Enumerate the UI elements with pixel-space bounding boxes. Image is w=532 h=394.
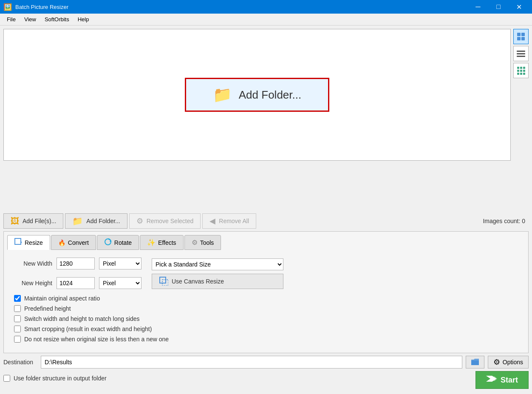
options-icon: ⚙ — [493, 357, 500, 367]
svg-rect-14 — [520, 73, 522, 75]
browse-folder-icon — [470, 357, 480, 367]
svg-rect-8 — [520, 67, 522, 69]
folder-center-icon: 📁 — [213, 86, 232, 104]
options-label: Options — [503, 359, 523, 366]
remove-selected-button: ⚙ Remove Selected — [129, 213, 201, 229]
canvas-resize-label: Use Canvas Resize — [172, 278, 224, 285]
tab-resize-label: Resize — [25, 239, 43, 246]
new-height-input[interactable] — [57, 277, 95, 289]
checkboxes-section: Maintain original aspect ratio Predefine… — [14, 295, 518, 343]
menu-view[interactable]: View — [20, 14, 40, 24]
menu-bar: File View SoftOrbits Help — [0, 14, 532, 26]
no-resize-row: Do not resize when original size is less… — [14, 336, 518, 343]
resize-fields: New Width Pixel Percent Cm Inch New Heig… — [14, 258, 141, 293]
svg-rect-4 — [517, 51, 525, 52]
svg-rect-16 — [15, 238, 21, 244]
svg-rect-15 — [523, 73, 525, 75]
tab-convert[interactable]: 🔥 Convert — [51, 235, 96, 250]
svg-rect-9 — [523, 67, 525, 69]
tab-effects[interactable]: ✨ Effects — [140, 235, 184, 250]
canvas-resize-icon — [159, 276, 168, 287]
use-folder-structure-row: Use folder structure in output folder — [3, 375, 107, 382]
width-unit-select[interactable]: Pixel Percent Cm Inch — [99, 258, 141, 269]
maintain-ratio-checkbox[interactable] — [14, 295, 21, 302]
thumbnail-view-icon — [517, 32, 525, 41]
svg-rect-21 — [160, 277, 166, 283]
svg-rect-7 — [517, 67, 519, 69]
maximize-button[interactable]: □ — [489, 0, 508, 14]
menu-help[interactable]: Help — [74, 14, 93, 24]
destination-browse-button[interactable] — [466, 356, 484, 368]
smart-cropping-checkbox[interactable] — [14, 326, 21, 332]
minimize-button[interactable]: ─ — [468, 0, 488, 14]
new-width-row: New Width Pixel Percent Cm Inch — [14, 258, 141, 269]
svg-rect-2 — [517, 37, 521, 40]
bottom-area: Destination ⚙ Options Use folder structu… — [3, 356, 529, 391]
remove-selected-icon: ⚙ — [136, 216, 143, 226]
standard-size-select[interactable]: Pick a Standard Size — [152, 258, 283, 270]
add-folder-center-label: Add Folder... — [239, 88, 301, 102]
use-folder-structure-label: Use folder structure in output folder — [14, 375, 107, 382]
title-bar: 🖼️ Batch Picture Resizer ─ □ ✕ — [0, 0, 532, 14]
smart-cropping-row: Smart cropping (result in exact width an… — [14, 326, 518, 332]
options-button[interactable]: ⚙ Options — [488, 356, 529, 368]
svg-rect-0 — [517, 33, 521, 36]
menu-softorbits[interactable]: SoftOrbits — [40, 14, 74, 24]
add-folder-icon: 📁 — [72, 216, 83, 226]
add-files-icon: 🖼 — [11, 216, 19, 226]
tools-tab-icon: ⚙ — [192, 238, 198, 247]
bottom-row-2: Use folder structure in output folder St… — [3, 371, 529, 389]
switch-width-height-checkbox[interactable] — [14, 315, 21, 322]
tab-rotate[interactable]: Rotate — [97, 235, 139, 250]
destination-input[interactable] — [41, 356, 462, 368]
switch-width-height-label: Switch width and height to match long si… — [24, 315, 140, 322]
view-buttons — [513, 29, 529, 211]
maintain-ratio-row: Maintain original aspect ratio — [14, 295, 518, 302]
tab-panel: Resize 🔥 Convert Rotate ✨ Effects — [3, 231, 529, 353]
effects-tab-icon: ✨ — [147, 238, 156, 247]
no-resize-label: Do not resize when original size is less… — [24, 336, 169, 343]
resize-right-col: Pick a Standard Size Use Canvas Resize — [152, 258, 283, 289]
start-button[interactable]: Start — [475, 371, 529, 389]
add-files-button[interactable]: 🖼 Add File(s)... — [3, 213, 63, 229]
tabs: Resize 🔥 Convert Rotate ✨ Effects — [7, 235, 525, 250]
add-folder-button[interactable]: 📁 Add Folder... — [65, 213, 127, 229]
svg-rect-10 — [517, 70, 519, 72]
height-unit-select[interactable]: Pixel Percent Cm Inch — [99, 277, 141, 289]
tab-convert-label: Convert — [68, 239, 89, 246]
new-width-label: New Width — [14, 260, 52, 267]
svg-rect-3 — [521, 37, 525, 40]
add-folder-center-button[interactable]: 📁 Add Folder... — [185, 78, 329, 112]
start-icon — [486, 374, 497, 386]
switch-width-height-row: Switch width and height to match long si… — [14, 315, 518, 322]
canvas-resize-button[interactable]: Use Canvas Resize — [152, 274, 283, 289]
svg-rect-12 — [523, 70, 525, 72]
predefined-height-checkbox[interactable] — [14, 305, 21, 312]
main-content: 📁 Add Folder... — [0, 26, 532, 394]
add-folder-label: Add Folder... — [86, 218, 120, 224]
app-title: Batch Picture Resizer — [15, 4, 68, 10]
file-list-area: 📁 Add Folder... — [3, 29, 511, 161]
grid-view-button[interactable] — [513, 63, 529, 78]
tab-resize[interactable]: Resize — [7, 235, 50, 250]
list-view-button[interactable] — [513, 46, 529, 61]
list-view-icon — [517, 50, 525, 57]
predefined-height-row: Predefined height — [14, 305, 518, 312]
thumbnail-view-button[interactable] — [513, 29, 529, 44]
resize-tab-content: New Width Pixel Percent Cm Inch New Heig… — [7, 254, 525, 349]
close-button[interactable]: ✕ — [509, 0, 529, 14]
title-bar-left: 🖼️ Batch Picture Resizer — [3, 3, 68, 11]
svg-rect-1 — [521, 33, 525, 36]
destination-label: Destination — [3, 359, 37, 366]
new-height-label: New Height — [14, 280, 52, 286]
add-files-label: Add File(s)... — [23, 218, 56, 224]
menu-file[interactable]: File — [3, 14, 20, 24]
tab-tools-label: Tools — [200, 239, 214, 246]
no-resize-checkbox[interactable] — [14, 336, 21, 343]
new-width-input[interactable] — [57, 258, 95, 269]
tab-tools[interactable]: ⚙ Tools — [184, 235, 221, 250]
remove-all-label: Remove All — [219, 218, 249, 224]
use-folder-structure-checkbox[interactable] — [3, 375, 10, 382]
resize-tab-icon — [14, 238, 22, 247]
convert-tab-icon: 🔥 — [58, 239, 65, 246]
